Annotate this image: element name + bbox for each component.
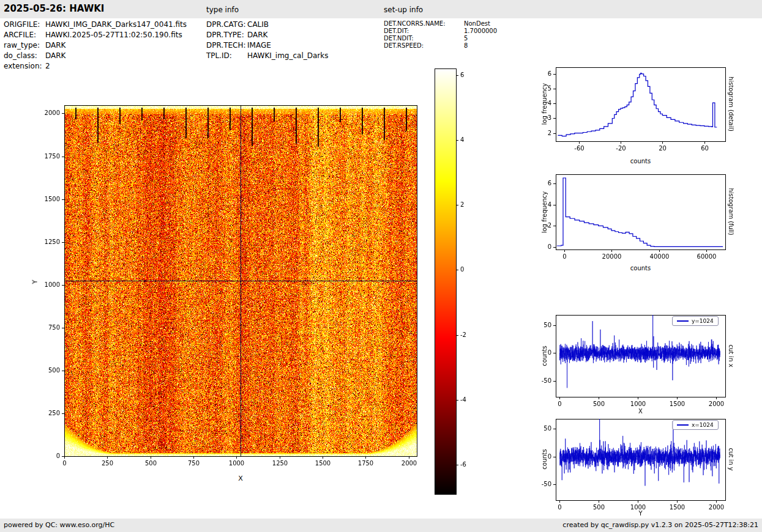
type-info-value: HAWKI_img_cal_Darks [247, 51, 329, 60]
setup-info-label: DET.RSPEED: [384, 42, 424, 49]
file-info-label: ARCFILE: [4, 31, 36, 39]
type-info-heading: type info [206, 6, 239, 14]
cut-y-legend: x=1024 [672, 420, 719, 430]
hist-detail-xaxis-label: counts [556, 158, 725, 164]
file-info-label: ORIGFILE: [4, 20, 40, 29]
cut-x-side-label: cut in x [728, 344, 734, 367]
type-info-value: CALIB [247, 20, 269, 29]
hist-full-xaxis-label: counts [556, 265, 725, 272]
type-info-value: IMAGE [247, 41, 271, 50]
cut-y-xaxis-label: Y [556, 510, 725, 517]
qc-report-page: 2025-05-26: HAWKI type info set-up info … [0, 0, 762, 532]
file-info-value: HAWKI_IMG_DARK_Darks147_0041.fits [45, 20, 187, 29]
cut-in-y-plot [537, 415, 729, 515]
setup-info-value: 8 [464, 42, 468, 49]
main-yaxis-label: Y [31, 280, 39, 284]
file-info-label: do_class: [4, 51, 37, 60]
legend-line-sample [677, 424, 689, 426]
legend-line-sample [677, 320, 689, 322]
header-bar: 2025-05-26: HAWKI type info set-up info [0, 0, 762, 18]
setup-info-heading: set-up info [384, 6, 423, 14]
setup-info-label: DET.NDIT: [384, 35, 414, 42]
setup-info-value: 1.7000000 [464, 28, 497, 34]
type-info-value: DARK [247, 31, 267, 39]
type-info-label: TPL.ID: [206, 51, 232, 60]
cut-x-legend: y=1024 [672, 316, 719, 326]
cut-y-yaxis-label: counts [541, 449, 548, 469]
main-xaxis-label: X [64, 475, 417, 482]
setup-info-value: NonDest [464, 20, 490, 27]
page-title: 2025-05-26: HAWKI [4, 3, 104, 14]
histogram-full-plot [537, 171, 729, 264]
file-info-value: 2 [45, 62, 50, 70]
footer-left-text: powered by QC: www.eso.org/HC [4, 521, 114, 529]
file-info-value: HAWKI.2025-05-27T11:02:50.190.fits [45, 31, 182, 39]
file-info-value: DARK [45, 51, 65, 60]
hist-detail-yaxis-label: log frequency [541, 83, 548, 125]
cut-x-yaxis-label: counts [541, 345, 548, 366]
histogram-detail-plot [537, 64, 729, 156]
cut-y-legend-label: x=1024 [692, 422, 714, 428]
footer-right-text: created by qc_rawdisp.py v1.2.3 on 2025-… [562, 521, 758, 529]
cut-x-legend-label: y=1024 [692, 318, 714, 324]
file-info-label: extension: [4, 62, 42, 70]
cut-in-x-plot [537, 311, 729, 412]
footer-bar: powered by QC: www.eso.org/HC created by… [0, 519, 762, 532]
hist-full-yaxis-label: log frequency [541, 191, 548, 234]
colorbar [431, 65, 480, 499]
type-info-label: DPR.TECH: [206, 41, 246, 50]
hist-detail-side-label: histogram (detail) [728, 76, 734, 131]
cut-x-xaxis-label: X [556, 408, 725, 415]
type-info-label: DPR.CATG: [206, 20, 246, 29]
setup-info-label: DET.DIT: [384, 28, 409, 34]
cut-y-side-label: cut in y [728, 448, 734, 470]
file-info-value: DARK [45, 41, 65, 50]
setup-info-label: DET.NCORRS.NAME: [384, 20, 446, 27]
file-info-label: raw_type: [4, 41, 40, 50]
hist-full-side-label: histogram (full) [728, 188, 734, 235]
type-info-label: DPR.TYPE: [206, 31, 244, 39]
setup-info-value: 5 [464, 35, 468, 42]
main-image-plot [34, 103, 419, 473]
